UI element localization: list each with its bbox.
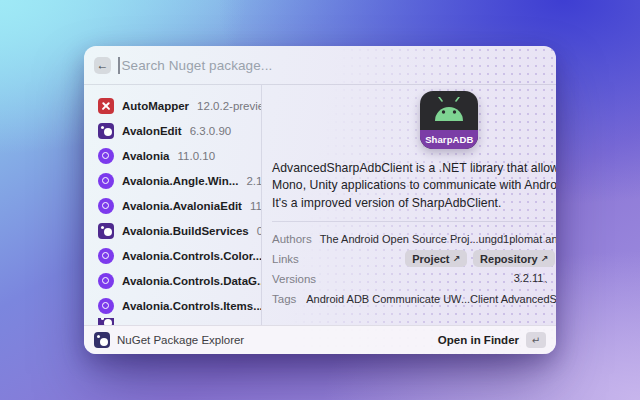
package-list-item[interactable]: Avalonia.Controls.DataG... 11.0.10 [84,268,261,293]
links-label: Links [272,253,299,265]
package-list-item[interactable]: Avalonia.BuildServices 0.0.29 [84,218,261,243]
footer-bar: NuGet Package Explorer Open in Finder ↵ [84,325,556,354]
search-input[interactable]: Search Nuget package... [122,58,273,73]
package-name: Avalonia.Controls.Items... [122,300,262,312]
package-meta: Authors The Android Open Source Proj...u… [272,221,556,309]
package-icon [98,148,114,164]
tags-row: Tags Android ADB Communicate UW...Client… [272,289,556,309]
package-list-item[interactable]: Avalonia 11.0.10 [84,143,261,168]
package-name: Avalonia [122,150,170,162]
package-icon [98,98,114,114]
android-robot-icon [431,97,467,125]
package-version: 6.3.0.90 [190,125,232,137]
package-detail-pane: SharpADB AdvancedSharpAdbClient is a .NE… [262,85,556,325]
window-body: AutoMapper 12.0.2-preview.0.4 AvalonEdit… [84,85,556,325]
external-link-arrow-icon: ↗ [541,254,549,264]
package-version: 2.1.0.202... [246,175,262,187]
link-button-repository[interactable]: Repository↗ [473,250,555,267]
package-icon [98,248,114,264]
authors-label: Authors [272,233,312,245]
package-list-item[interactable]: AvalonEdit 6.3.0.90 [84,118,261,143]
package-name: Avalonia.BuildServices [122,225,249,237]
app-icon-label: SharpADB [420,130,478,149]
text-caret [118,57,120,74]
package-version: 11.0.10 [178,150,216,162]
tags-value: Android ADB Communicate UW...Client Adva… [306,293,556,305]
nuget-search-window: ← Search Nuget package... AutoMapper 12.… [84,46,556,354]
link-button-project[interactable]: Project↗ [405,250,467,267]
links-buttons: Project↗Repository↗License↗ [405,250,556,267]
package-name: AvalonEdit [122,125,182,137]
footer-app-name: NuGet Package Explorer [117,334,244,346]
package-name: Avalonia.Controls.DataG... [122,275,262,287]
back-button[interactable]: ← [94,57,111,74]
package-list-item[interactable]: Avalonia.Controls.Color... 11.0.10 [84,243,261,268]
package-list-item[interactable]: AutoMapper 12.0.2-preview.0.4 [84,93,261,118]
arrow-left-icon: ← [97,59,109,71]
package-icon [98,223,114,239]
package-name: Avalonia.Angle.Win... [122,175,238,187]
open-in-finder-button[interactable]: Open in Finder [438,334,519,346]
package-icon [98,298,114,314]
package-description: AdvancedSharpAdbClient is a .NET library… [272,160,556,212]
versions-value: 3.2.11、 3.1.10、 3.0.9 [514,271,556,286]
versions-label: Versions [272,273,316,285]
package-name: AutoMapper [122,100,189,112]
versions-row: Versions 3.2.11、 3.1.10、 3.0.9 [272,269,556,289]
links-row: Links Project↗Repository↗License↗ [272,249,556,269]
package-version: 11.0.6 [250,200,262,212]
package-icon [98,273,114,289]
package-list: AutoMapper 12.0.2-preview.0.4 AvalonEdit… [84,85,262,325]
search-bar: ← Search Nuget package... [84,46,556,85]
package-icon [98,173,114,189]
package-list-item[interactable]: Avalonia.AvaloniaEdit 11.0.6 [84,193,261,218]
nuget-logo-icon [94,332,110,348]
package-name: Avalonia.Controls.Color... [122,250,262,262]
package-list-item[interactable]: Avalonia.Controls.Items... 11.0.10 [84,293,261,318]
tags-label: Tags [272,293,296,305]
package-icon [98,123,114,139]
return-key-icon: ↵ [526,332,546,348]
package-version: 12.0.2-preview.0.4 [197,100,262,112]
link-button-label: Repository [480,253,537,265]
package-list-item[interactable]: Avalonia.Angle.Win... 2.1.0.202... [84,168,261,193]
package-name: Avalonia.AvaloniaEdit [122,200,242,212]
link-button-label: Project [412,253,449,265]
authors-row: Authors The Android Open Source Proj...u… [272,229,556,249]
sharpadb-app-icon: SharpADB [420,91,478,149]
package-icon [98,318,114,325]
package-icon [98,198,114,214]
external-link-arrow-icon: ↗ [453,254,461,264]
package-list-item-clipped[interactable] [84,318,261,325]
authors-value: The Android Open Source Proj...ungd1plom… [320,233,556,245]
